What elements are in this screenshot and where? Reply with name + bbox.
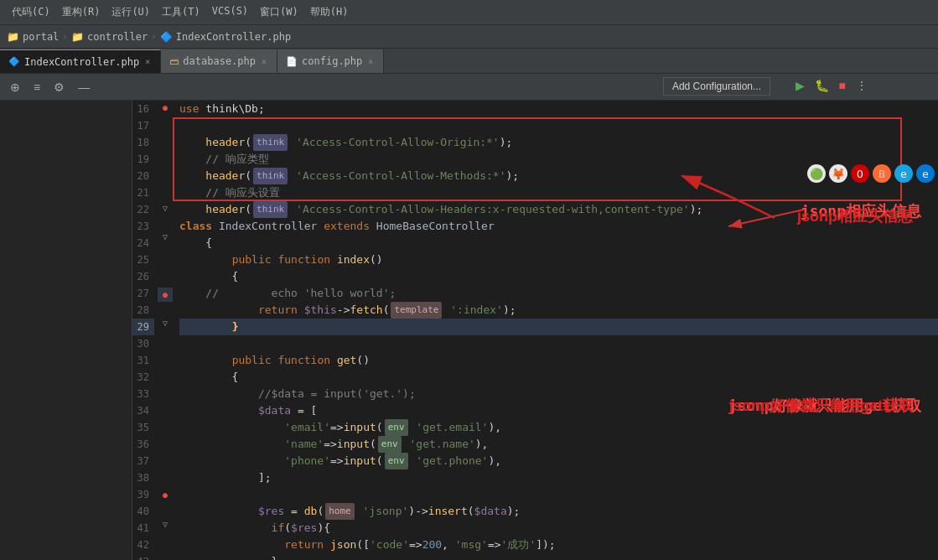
menu-window[interactable]: 窗口(W) bbox=[255, 3, 303, 21]
breadcrumb-controller[interactable]: 📁 controller bbox=[71, 31, 148, 43]
tab-php-icon: 🔷 bbox=[8, 56, 20, 67]
code-line-42: return json(['code'=>200, 'msg'=>'成功']); bbox=[179, 537, 938, 553]
settings-button[interactable]: ⚙ bbox=[50, 79, 68, 96]
toolbar: ⊕ ≡ ⚙ — Add Configuration... ▶ 🐛 ■ ⋮ 🟢 🦊… bbox=[0, 74, 938, 101]
gutter: ● ▽ ▽ ● ▽ ● bbox=[158, 101, 173, 560]
tab-db-icon: 🗃 bbox=[169, 56, 179, 67]
tab-close-indexcontroller[interactable]: × bbox=[143, 57, 152, 66]
code-line-39 bbox=[179, 486, 938, 503]
menu-vcs[interactable]: VCS(S) bbox=[207, 3, 253, 21]
code-line-37: 'phone'=>input(env 'get.phone'), bbox=[179, 453, 938, 469]
run-button[interactable]: ▶ bbox=[792, 77, 808, 94]
brave-icon[interactable]: B bbox=[873, 164, 891, 183]
stop-button[interactable]: ■ bbox=[836, 77, 849, 94]
code-line-41: if($res){ bbox=[179, 520, 938, 537]
tab-close-config[interactable]: × bbox=[366, 57, 375, 66]
breadcrumb-portal[interactable]: 📁 portal bbox=[7, 31, 59, 43]
menu-bar: 代码(C) 重构(R) 运行(U) 工具(T) VCS(S) 窗口(W) 帮助(… bbox=[7, 3, 353, 21]
collapse-button[interactable]: — bbox=[75, 79, 93, 96]
add-configuration-button[interactable]: Add Configuration... bbox=[663, 77, 770, 96]
code-line-43: } bbox=[179, 553, 938, 560]
code-line-38: ]; bbox=[179, 469, 938, 486]
run-config-area: Add Configuration... bbox=[663, 77, 770, 96]
firefox-icon[interactable]: 🦊 bbox=[829, 164, 847, 183]
code-line-28: return $this->fetch(template ':index'); bbox=[179, 302, 938, 319]
main-layout: 16 17 18 19 20 21 22 23 24 25 26 27 28 2… bbox=[0, 101, 938, 560]
tab-database[interactable]: 🗃 database.php × bbox=[161, 49, 277, 73]
annotation-header-label: jsonp相应头信息 bbox=[797, 206, 913, 226]
title-bar: 代码(C) 重构(R) 运行(U) 工具(T) VCS(S) 窗口(W) 帮助(… bbox=[0, 0, 938, 25]
annotation-arrow-1 bbox=[674, 168, 791, 235]
chrome-icon[interactable]: 🟢 bbox=[807, 164, 826, 183]
debug-button[interactable]: 🐛 bbox=[811, 77, 832, 94]
tab-config-icon: 📄 bbox=[286, 56, 298, 67]
menu-code[interactable]: 代码(C) bbox=[7, 3, 55, 21]
tab-config[interactable]: 📄 config.php × bbox=[277, 49, 384, 73]
code-line-21: // 响应头设置 bbox=[179, 184, 938, 201]
breadcrumb-bar: 📁 portal › 📁 controller › 🔷 IndexControl… bbox=[0, 25, 938, 49]
run-buttons: ▶ 🐛 ■ ⋮ bbox=[792, 77, 871, 94]
browser-icons: 🟢 🦊 O B e e bbox=[807, 164, 935, 183]
opera-icon[interactable]: O bbox=[851, 164, 869, 183]
code-line-17 bbox=[179, 117, 938, 134]
folder-icon2: 📁 bbox=[71, 31, 84, 43]
code-line-36: 'name'=>input(env 'get.name'), bbox=[179, 436, 938, 453]
add-button[interactable]: ⊕ bbox=[7, 79, 23, 96]
code-line-30 bbox=[179, 335, 938, 352]
menu-refactor[interactable]: 重构(R) bbox=[57, 3, 106, 21]
breadcrumb-file[interactable]: 🔷 IndexController.php bbox=[160, 31, 291, 43]
line-numbers: 16 17 18 19 20 21 22 23 24 25 26 27 28 2… bbox=[132, 101, 158, 560]
tab-close-database[interactable]: × bbox=[260, 57, 268, 66]
more-button[interactable]: ⋮ bbox=[852, 77, 871, 94]
code-line-40: $res = db(home 'jsonp')->insert($data); bbox=[179, 503, 938, 520]
code-line-24: { bbox=[179, 235, 938, 251]
php-file-icon: 🔷 bbox=[160, 31, 173, 43]
menu-run[interactable]: 运行(U) bbox=[106, 3, 155, 21]
menu-tools[interactable]: 工具(T) bbox=[157, 3, 205, 21]
code-line-31: public function get() bbox=[179, 352, 938, 369]
code-line-18: header(think 'Access-Control-Allow-Origi… bbox=[179, 134, 938, 151]
tab-bar: 🔷 IndexController.php × 🗃 database.php ×… bbox=[0, 49, 938, 74]
code-line-26: { bbox=[179, 268, 938, 285]
tab-indexcontroller[interactable]: 🔷 IndexController.php × bbox=[0, 49, 161, 73]
code-line-35: 'email'=>input(env 'get.email'), bbox=[179, 419, 938, 436]
code-line-32: { bbox=[179, 369, 938, 386]
menu-help[interactable]: 帮助(H) bbox=[305, 3, 354, 21]
code-line-27: // echo 'hello world'; bbox=[179, 285, 938, 302]
code-line-25: public function index() bbox=[179, 251, 938, 268]
code-line-29: } bbox=[179, 319, 938, 335]
sidebar bbox=[0, 101, 132, 560]
code-line-16: use think\Db; bbox=[179, 101, 938, 117]
ie-icon[interactable]: e bbox=[894, 164, 913, 183]
list-button[interactable]: ≡ bbox=[30, 79, 44, 96]
folder-icon: 📁 bbox=[7, 31, 19, 43]
annotation-get-label: jsonp好像就只能用get获取 bbox=[729, 396, 913, 416]
edge-icon[interactable]: e bbox=[916, 164, 935, 183]
